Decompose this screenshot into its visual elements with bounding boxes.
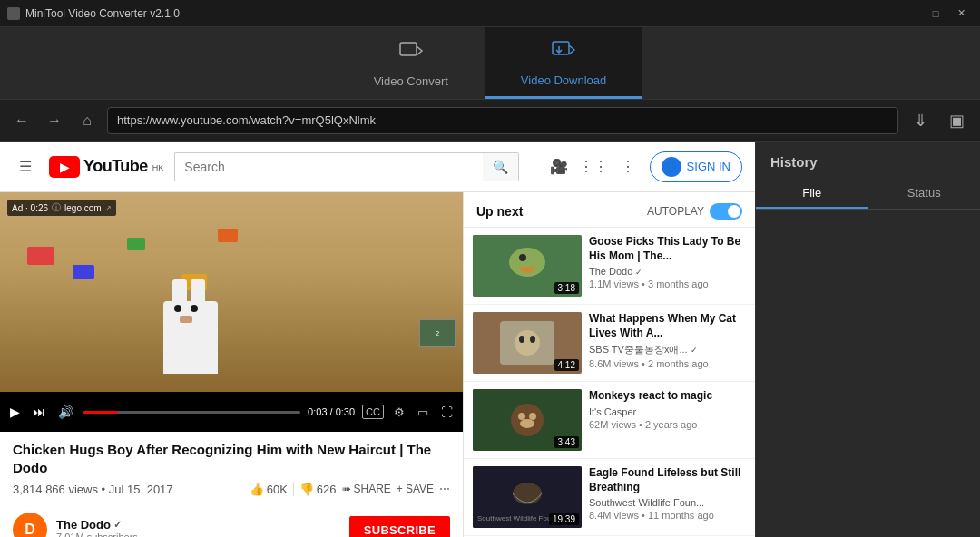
search-button[interactable]: 🔍 [483, 152, 519, 181]
download-action-button[interactable]: ⇓ [906, 108, 935, 133]
svg-text:Southwest Wildlife Found: Southwest Wildlife Found [477, 514, 559, 522]
card-meta-1: 8.6M views • 2 months ago [589, 358, 746, 369]
video-views: 3,814,866 views • Jul 15, 2017 [13, 483, 173, 496]
maximize-button[interactable]: □ [924, 4, 947, 24]
like-button[interactable]: 👍 60K [250, 483, 288, 496]
card-thumbnail-3: Southwest Wildlife Found 19:39 [473, 466, 582, 528]
miniplayer-button[interactable]: ▭ [415, 405, 431, 419]
dislike-button[interactable]: 👎 626 [299, 483, 337, 496]
signin-icon: 👤 [662, 157, 681, 177]
forward-button[interactable]: → [42, 108, 67, 133]
card-duration-3: 19:39 [549, 513, 579, 525]
tab-video-download-label: Video Download [521, 73, 606, 87]
autoplay-toggle[interactable] [710, 203, 742, 220]
save-icon: + [397, 483, 403, 495]
address-bar: ← → ⌂ ⇓ ▣ [0, 100, 980, 142]
progress-bar[interactable] [83, 411, 300, 414]
card-title-2: Monkeys react to magic [589, 389, 746, 404]
youtube-area: ☰ ▶ YouTubeHK 🔍 🎥 ⋮⋮ ⋮ 👤 SIGN IN [0, 142, 755, 537]
video-card[interactable]: 4:12 What Happens When My Cat Lives With… [464, 305, 755, 382]
video-controls: ▶ ⏭ 🔊 0:03 / 0:30 CC ⚙ ▭ ⛶ [0, 392, 463, 432]
sub-count: 7.01M subscribers [56, 532, 138, 538]
yt-create-button[interactable]: 🎥 [546, 154, 572, 180]
time-display: 0:03 / 0:30 [308, 406, 355, 417]
lego-scene [0, 192, 463, 392]
search-bar: 🔍 [174, 152, 519, 181]
subscribe-button[interactable]: SUBSCRIBE [349, 516, 450, 538]
video-card[interactable]: 3:43 Monkeys react to magic It's Casper … [464, 382, 755, 459]
minimize-button[interactable]: – [898, 4, 922, 24]
search-input[interactable] [174, 152, 483, 181]
more-actions-button[interactable]: ⋯ [439, 483, 450, 495]
youtube-logo-text: YouTube [83, 157, 148, 176]
card-thumbnail-2: 3:43 [473, 389, 582, 451]
progress-fill [83, 411, 118, 414]
youtube-header-right: 🎥 ⋮⋮ ⋮ 👤 SIGN IN [546, 151, 742, 182]
video-card[interactable]: Southwest Wildlife Found 19:39 Eagle Fou… [464, 459, 755, 536]
svg-point-10 [530, 336, 535, 343]
video-convert-icon [398, 38, 424, 69]
settings-button[interactable]: ⚙ [391, 405, 407, 419]
tab-bar: Video Convert Video Download [0, 27, 980, 100]
next-button[interactable]: ⏭ [30, 405, 48, 419]
svg-point-14 [529, 413, 536, 420]
autoplay-wrap: AUTOPLAY [647, 203, 742, 220]
lego-bunny-body [163, 301, 218, 374]
close-button[interactable]: ✕ [949, 4, 973, 24]
ad-text: Ad · 0:26 [12, 203, 48, 213]
ad-badge: Ad · 0:26 ⓘ lego.com ↗ [7, 200, 116, 216]
svg-point-9 [519, 336, 524, 343]
yt-more-button[interactable]: ⋮ [615, 154, 641, 180]
card-info-0: Goose Picks This Lady To Be His Mom | Th… [589, 235, 746, 297]
card-channel-2: It's Casper [589, 406, 746, 417]
history-tab-file[interactable]: File [756, 179, 868, 209]
new-window-button[interactable]: ▣ [942, 108, 971, 133]
tab-video-download[interactable]: Video Download [485, 27, 642, 99]
video-column: Ad · 0:26 ⓘ lego.com ↗ 2 ▶ ⏭ 🔊 [0, 192, 463, 537]
share-button[interactable]: ➠ SHARE [342, 483, 391, 495]
title-bar: MiniTool Video Converter v2.1.0 – □ ✕ [0, 0, 980, 27]
home-button[interactable]: ⌂ [74, 108, 100, 133]
url-input[interactable] [107, 107, 898, 134]
yt-menu-button[interactable]: ☰ [13, 154, 38, 180]
youtube-header: ☰ ▶ YouTubeHK 🔍 🎥 ⋮⋮ ⋮ 👤 SIGN IN [0, 142, 755, 192]
volume-button[interactable]: 🔊 [55, 405, 76, 419]
title-bar-left: MiniTool Video Converter v2.1.0 [7, 7, 180, 20]
svg-point-13 [518, 413, 525, 420]
cc-button[interactable]: CC [362, 405, 384, 419]
play-button[interactable]: ▶ [7, 405, 23, 419]
video-meta: 3,814,866 views • Jul 15, 2017 👍 60K 👎 6… [13, 482, 450, 496]
upnext-header: Up next AUTOPLAY [464, 192, 755, 228]
card-thumbnail-1: 4:12 [473, 312, 582, 374]
back-button[interactable]: ← [9, 108, 34, 133]
card-info-2: Monkeys react to magic It's Casper 62M v… [589, 389, 746, 451]
svg-point-15 [520, 419, 534, 428]
history-title: History [756, 142, 980, 179]
card-duration-2: 3:43 [554, 436, 579, 448]
youtube-logo-icon: ▶ [49, 156, 80, 178]
svg-point-8 [514, 330, 540, 356]
card-channel-3: Southwest Wildlife Foun... [589, 497, 746, 508]
history-tab-status[interactable]: Status [868, 179, 981, 209]
video-card[interactable]: 3:18 Goose Picks This Lady To Be His Mom… [464, 228, 755, 305]
card-duration-0: 3:18 [554, 282, 579, 294]
video-thumbnail[interactable]: Ad · 0:26 ⓘ lego.com ↗ 2 [0, 192, 463, 392]
card-title-3: Eagle Found Lifeless but Still Breathing [589, 466, 746, 494]
card-meta-3: 8.4M views • 11 months ago [589, 510, 746, 521]
card-meta-2: 62M views • 2 years ago [589, 419, 746, 430]
card-info-1: What Happens When My Cat Lives With A...… [589, 312, 746, 374]
app-title: MiniTool Video Converter v2.1.0 [25, 7, 180, 20]
card-channel-0: The Dodo ✓ [589, 266, 746, 277]
youtube-logo[interactable]: ▶ YouTubeHK [49, 156, 163, 178]
tab-video-convert[interactable]: Video Convert [338, 27, 485, 99]
yt-apps-button[interactable]: ⋮⋮ [581, 154, 606, 180]
video-player: Ad · 0:26 ⓘ lego.com ↗ 2 ▶ ⏭ 🔊 [0, 192, 463, 432]
card-title-1: What Happens When My Cat Lives With A... [589, 312, 746, 340]
signin-button[interactable]: 👤 SIGN IN [650, 151, 742, 182]
card-thumbnail-0: 3:18 [473, 235, 582, 297]
card-meta-0: 1.1M views • 3 months ago [589, 278, 746, 289]
main-content: ☰ ▶ YouTubeHK 🔍 🎥 ⋮⋮ ⋮ 👤 SIGN IN [0, 142, 980, 537]
save-button[interactable]: + SAVE [397, 483, 434, 495]
upnext-title: Up next [476, 204, 523, 219]
fullscreen-button[interactable]: ⛶ [438, 405, 456, 419]
